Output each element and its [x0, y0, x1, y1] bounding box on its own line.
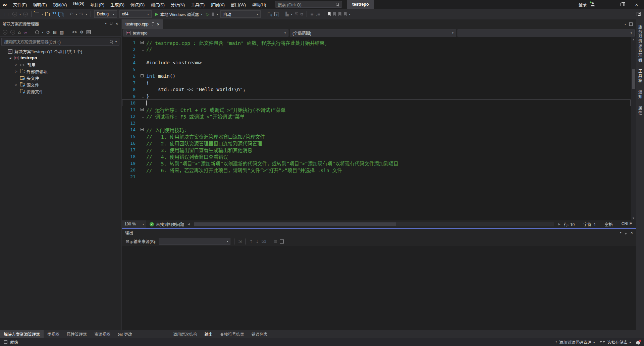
open-file-icon[interactable] [45, 13, 50, 16]
attach-mode-select[interactable]: 自动▾ [220, 10, 261, 18]
solution-name-chip[interactable]: testrepo [347, 0, 374, 9]
previous-message-icon[interactable]: ⇡ [249, 239, 253, 244]
home-icon[interactable]: ⌂ [18, 30, 21, 35]
menu-item-11[interactable]: 窗口(W) [228, 0, 249, 9]
scroll-left-icon[interactable]: ◀ [187, 222, 190, 226]
sign-in-button[interactable]: 登录 [576, 2, 589, 7]
code-line-14[interactable]: 14−// 入门使用技巧: [122, 126, 631, 133]
side-tab-0[interactable]: 服务器资源管理器 [637, 25, 643, 62]
tree-item-4[interactable]: 头文件 [0, 75, 121, 81]
redo-icon[interactable]: ↷ [79, 11, 84, 17]
hot-reload-dropdown-icon[interactable]: ▾ [217, 13, 218, 16]
code-line-15[interactable]: 15// 1. 使用解决方案资源管理器窗口添加/管理文件 [122, 133, 631, 140]
menu-item-0[interactable]: 文件(F) [10, 0, 30, 9]
send-feedback-icon[interactable] [637, 12, 641, 16]
tree-item-3[interactable]: ▷外部依赖项 [0, 68, 121, 75]
save-all-icon[interactable] [58, 12, 62, 16]
restore-button[interactable] [614, 0, 629, 9]
bottom-tab-btleft-3[interactable]: 资源视图 [91, 330, 114, 338]
fold-collapse-icon[interactable]: − [140, 106, 146, 113]
close-panel-icon[interactable]: × [115, 21, 118, 26]
pin-tab-icon[interactable] [151, 22, 154, 26]
select-pointer-icon[interactable]: ⇱ [294, 12, 298, 16]
code-line-1[interactable]: 1−// testrepo.cpp : 此文件包含 "main" 函数。程序执行… [122, 39, 631, 46]
zoom-select[interactable]: 100 %▾ [122, 220, 146, 228]
eol-indicator[interactable]: CRLF [622, 221, 632, 227]
code-line-13[interactable]: 13 [122, 120, 631, 126]
fold-collapse-icon[interactable]: − [140, 73, 146, 79]
collapse-arrow-icon[interactable]: ◢ [8, 56, 12, 60]
uncomment-lines-icon[interactable]: ⹁≣ [316, 12, 320, 16]
start-debugging-button[interactable]: ▶ 本地 Windows 调试器 ▾ [154, 11, 204, 17]
redo-dropdown-icon[interactable]: ▾ [86, 13, 87, 16]
switch-views-icon[interactable]: ∞ [24, 30, 27, 35]
fold-collapse-icon[interactable]: − [140, 39, 146, 46]
code-line-17[interactable]: 17// 3. 使用输出窗口查看生成输出和其他消息 [122, 146, 631, 153]
menu-item-4[interactable]: 项目(P) [87, 0, 107, 9]
comment-lines-icon[interactable]: ≣ [310, 12, 314, 16]
next-message-icon[interactable]: ⇣ [255, 239, 259, 244]
new-project-icon[interactable] [35, 12, 39, 16]
previous-bookmark-icon[interactable] [333, 12, 336, 16]
pin-icon[interactable] [624, 231, 627, 234]
editor-horizontal-scrollbar[interactable] [194, 222, 554, 226]
new-project-dropdown-icon[interactable]: ▾ [42, 13, 43, 16]
spaces-indicator[interactable]: 空格 [605, 221, 613, 227]
run-code-analysis-icon[interactable]: ▙ [285, 12, 288, 16]
editor-vertical-scrollbar[interactable]: ▲ ▼ [631, 37, 636, 220]
menu-item-5[interactable]: 生成(B) [107, 0, 127, 9]
next-bookmark-icon[interactable] [338, 12, 341, 16]
menu-item-12[interactable]: 帮助(H) [249, 0, 269, 9]
clear-all-icon[interactable]: ⌧ [262, 239, 266, 244]
menu-item-8[interactable]: 分析(N) [168, 0, 188, 9]
select-repository-button[interactable]: 选择存储库 ▴ [600, 339, 631, 345]
filter-dropdown-icon[interactable]: ▾ [42, 31, 43, 34]
menu-item-1[interactable]: 编辑(E) [30, 0, 50, 9]
char-indicator[interactable]: 字符: 1 [583, 221, 596, 227]
member-dropdown[interactable]: ▾ [458, 29, 635, 37]
code-line-9[interactable]: 9} [122, 93, 631, 99]
navigate-forward-icon[interactable]: → [23, 12, 28, 16]
pin-icon[interactable] [109, 22, 112, 25]
bottom-tab-btright-0[interactable]: 调用层次结构 [169, 330, 201, 338]
line-indicator[interactable]: 行: 10 [564, 221, 575, 227]
pending-changes-filter-icon[interactable] [35, 30, 39, 34]
code-editor[interactable]: 1−// testrepo.cpp : 此文件包含 "main" 函数。程序执行… [122, 37, 636, 220]
scrollbar-thumb[interactable] [632, 69, 635, 89]
code-line-3[interactable]: 3 [122, 53, 631, 59]
active-files-dropdown-icon[interactable]: ▾ [625, 23, 626, 26]
menu-item-2[interactable]: 视图(V) [50, 0, 70, 9]
toggle-bookmark-icon[interactable] [328, 12, 331, 16]
preview-selected-items-icon[interactable]: ▭ [87, 30, 91, 34]
code-line-8[interactable]: 8 std::cout << "Hello World!\n"; [122, 86, 631, 93]
side-tab-2[interactable]: 通知 [637, 90, 643, 99]
tree-item-6[interactable]: 资源文件 [0, 88, 121, 95]
find-in-files-icon[interactable] [268, 13, 272, 16]
tab-testrepo-cpp[interactable]: testrepo.cpp × [122, 19, 163, 29]
code-line-5[interactable]: 5 [122, 66, 631, 73]
show-all-files-icon[interactable]: ▤ [60, 30, 64, 35]
undo-dropdown-icon[interactable]: ▾ [76, 13, 77, 16]
close-panel-icon[interactable]: × [630, 230, 633, 235]
tree-item-5[interactable]: ▷源文件 [0, 81, 121, 88]
menu-item-9[interactable]: 工具(T) [188, 0, 208, 9]
document-health-indicator[interactable]: ✓ 未找到相关问题 [150, 221, 184, 227]
expand-arrow-icon[interactable]: ▷ [14, 83, 18, 86]
bottom-tab-btright-2[interactable]: 查找符号结果 [216, 330, 248, 338]
word-wrap-icon[interactable]: ≣ [274, 239, 277, 244]
close-button[interactable]: × [629, 0, 644, 9]
toolbar-grip[interactable]: ⋮⋮ [3, 12, 10, 16]
properties-icon[interactable]: ⚙ [80, 30, 84, 34]
bottom-tab-btleft-2[interactable]: 属性管理器 [63, 330, 91, 338]
scroll-right-icon[interactable]: ▶ [558, 222, 560, 226]
refresh-icon[interactable]: ⟳ [46, 30, 50, 35]
start-without-debugging-icon[interactable]: ▷ [206, 12, 209, 17]
menu-item-7[interactable]: 测试(S) [148, 0, 168, 9]
expand-arrow-icon[interactable]: ▷ [14, 70, 18, 73]
view-code-icon[interactable]: <> [72, 30, 77, 34]
background-tasks-icon[interactable] [4, 340, 7, 344]
code-line-16[interactable]: 16// 2. 使用团队资源管理器窗口连接到源代码管理 [122, 140, 631, 146]
quick-search-input[interactable]: 搜索 (Ctrl+Q) [275, 1, 342, 8]
tree-item-0[interactable]: ∞解决方案“testrepo”(1 个项目/共 1 个) [0, 48, 121, 55]
add-to-source-control-button[interactable]: ↑ 添加到源代码管理 ▴ [555, 339, 595, 345]
